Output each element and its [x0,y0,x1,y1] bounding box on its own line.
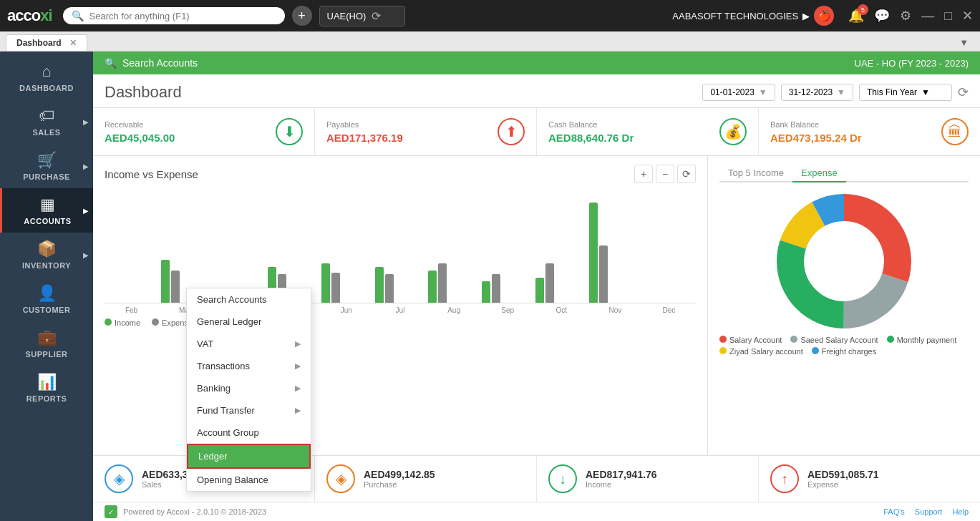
top5-chart: Top 5 Income Expense [708,156,980,455]
summary-cards: Receivable AED45,045.00 ⬇ Payables AED17… [93,108,980,156]
menu-vat[interactable]: VAT ▶ [187,333,311,355]
expense-value: AED591,085.71 [807,469,879,480]
bar-group-jun [321,263,372,303]
sidebar-item-inventory[interactable]: 📦 INVENTORY ▶ [0,233,93,277]
dashboard-refresh-icon[interactable]: ⟳ [958,84,969,100]
tab-more[interactable]: ▼ [954,34,974,51]
messages-icon[interactable]: 💬 [874,8,890,24]
minimize-icon[interactable]: — [921,9,934,24]
tab-dashboard[interactable]: Dashboard ✕ [6,34,87,51]
chart-zoom-in[interactable]: + [634,165,653,183]
search-icon: 🔍 [72,10,84,21]
fund-transfer-submenu-arrow: ▶ [295,406,301,415]
income-bar-nov [589,203,598,303]
chart-refresh[interactable]: ⟳ [677,165,696,183]
customer-icon: 👤 [37,284,57,303]
month-label-aug: Aug [427,306,481,314]
purchase-arrow: ▶ [83,162,89,170]
menu-ledger[interactable]: Ledger [187,444,311,469]
menu-fund-transfer[interactable]: Fund Transfer ▶ [187,399,311,422]
bar-group-sep [482,274,533,303]
company-name: AABASOFT TECHNOLOGIES ▶ 🍎 [672,6,834,26]
accounts-arrow: ▶ [83,207,89,215]
close-icon[interactable]: ✕ [962,8,973,24]
purchase-bottom-icon: ◈ [326,464,355,493]
month-label-oct: Oct [535,306,588,314]
support-link[interactable]: Support [915,507,943,516]
sales-bottom-icon: ◈ [105,464,133,493]
notifications-icon[interactable]: 🔔 5 [848,8,864,24]
date-controls: 01-01-2023 ▼ 31-12-2023 ▼ This Fin Year … [702,84,969,101]
expense-bar-aug [438,263,447,303]
tab-top5-income[interactable]: Top 5 Income [719,165,792,181]
ziyad-dot [719,347,727,354]
sidebar-item-accounts[interactable]: ▦ ACCOUNTS ▶ [0,188,93,233]
user-avatar[interactable]: 🍎 [814,6,834,26]
bar-group-jul [375,267,426,303]
menu-transactions[interactable]: Transactions ▶ [187,355,311,377]
income-bar-jun [321,263,330,303]
date-to-caret: ▼ [837,87,845,97]
month-label-feb: Feb [105,306,158,314]
payables-value: AED171,376.19 [326,132,403,144]
global-search[interactable]: 🔍 [63,7,285,24]
date-from-input[interactable]: 01-01-2023 ▼ [702,84,775,101]
region-label: UAE - HO (FY 2023 - 2023) [855,58,969,69]
legend-monthly: Monthly payment [887,336,957,344]
sidebar-item-sales[interactable]: 🏷 SALES ▶ [0,99,93,144]
banking-submenu-arrow: ▶ [295,384,301,393]
menu-opening-balance[interactable]: Opening Balance [187,469,311,491]
sidebar-item-purchase[interactable]: 🛒 PURCHASE ▶ [0,144,93,188]
bank-value: AED473,195.24 Dr [770,132,862,144]
tab-top5-expense[interactable]: Expense [792,165,846,182]
legend-salary: Salary Account [719,336,782,344]
menu-general-ledger[interactable]: General Ledger [187,311,311,333]
sidebar: ⌂ DASHBOARD 🏷 SALES ▶ 🛒 PURCHASE ▶ ▦ ACC… [0,52,93,521]
company-selector[interactable]: UAE(HO) ⟳ [319,6,405,26]
footer-text: Powered by Accoxi - 2.0.10 © 2018-2023 [123,507,266,516]
expense-bottom-icon: ↑ [770,464,799,493]
salary-dot [719,336,727,343]
payables-label: Payables [326,120,403,129]
logo-accent: xi [40,6,52,24]
month-label-jun: Jun [319,306,373,314]
month-label-nov: Nov [588,306,642,314]
sidebar-item-dashboard[interactable]: ⌂ DASHBOARD [0,55,93,99]
income-bar-jul [375,267,384,303]
expense-bar-jun [331,273,340,303]
income-bar-mar [161,260,170,303]
menu-account-group[interactable]: Account Group [187,422,311,444]
notification-badge: 5 [858,4,868,15]
search-input[interactable] [89,11,261,21]
supplier-icon: 💼 [37,328,57,347]
bank-icon: 🏛 [941,118,969,145]
chart-zoom-out[interactable]: − [656,165,674,183]
sidebar-item-customer[interactable]: 👤 CUSTOMER [0,277,93,321]
cash-icon: 💰 [719,118,747,145]
period-select[interactable]: This Fin Year ▼ [859,84,952,101]
date-to-input[interactable]: 31-12-2023 ▼ [781,84,853,101]
sales-icon: 🏷 [39,107,54,125]
cash-value: AED88,640.76 Dr [548,132,634,144]
refresh-icon[interactable]: ⟳ [372,9,381,23]
settings-icon[interactable]: ⚙ [900,8,911,24]
menu-banking[interactable]: Banking ▶ [187,377,311,399]
tabbar: Dashboard ✕ ▼ [0,31,980,52]
receivable-value: AED45,045.00 [105,132,175,144]
svg-point-5 [808,225,880,297]
company-label: UAE(HO) [327,11,367,21]
help-link[interactable]: Help [952,507,969,516]
monthly-dot [887,336,894,343]
income-bottom-icon: ↓ [548,464,577,493]
sidebar-item-supplier[interactable]: 💼 SUPPLIER [0,321,93,366]
tab-close-icon[interactable]: ✕ [69,38,77,48]
bottom-card-purchase: ◈ AED499,142.85 Purchase [315,456,537,502]
maximize-icon[interactable]: □ [944,9,952,24]
add-button[interactable]: + [292,6,312,26]
menu-search-accounts[interactable]: Search Accounts [187,288,311,311]
inventory-icon: 📦 [37,240,57,258]
sidebar-item-reports[interactable]: 📊 REPORTS [0,366,93,410]
income-bar-sep [482,281,490,303]
search-accounts-btn[interactable]: 🔍 Search Accounts [105,57,198,69]
faq-link[interactable]: FAQ's [883,507,905,516]
